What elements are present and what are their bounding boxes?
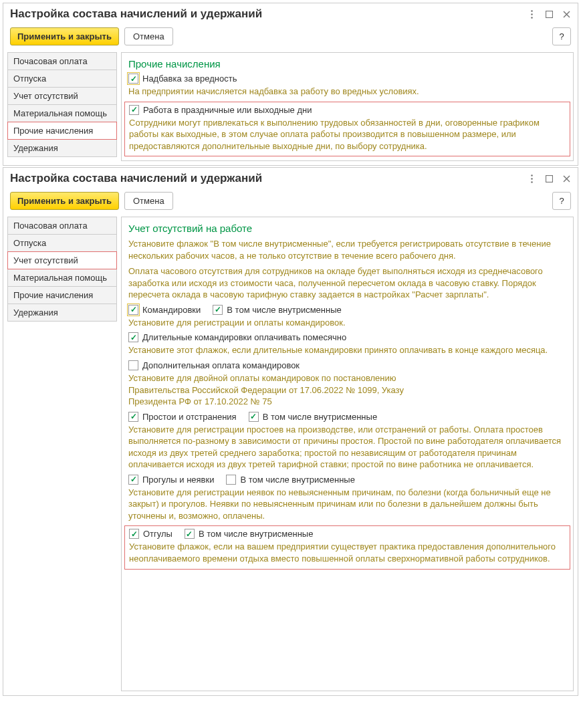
sidebar-item-deductions[interactable]: Удержания: [7, 304, 117, 322]
svg-rect-3: [546, 11, 552, 17]
content-pane: Прочие начисления Надбавка за вредность …: [121, 52, 574, 161]
section-title: Прочие начисления: [128, 58, 566, 70]
compoff-block: Отгулы В том числе внутрисменные Установ…: [124, 525, 570, 569]
idle-checkbox[interactable]: [128, 412, 138, 422]
cancel-button[interactable]: Отмена: [124, 27, 173, 45]
sidebar-item-other[interactable]: Прочие начисления: [7, 286, 117, 304]
trips-desc: Установите для регистрации и оплаты кома…: [128, 317, 566, 329]
kebab-icon[interactable]: [527, 174, 536, 183]
absent-label: Прогулы и неявки: [142, 475, 214, 485]
sidebar-item-material[interactable]: Материальная помощь: [7, 104, 117, 122]
window-title: Настройка состава начислений и удержаний: [10, 7, 527, 21]
settings-window-1: Настройка состава начислений и удержаний…: [3, 3, 578, 166]
sidebar: Почасовая оплата Отпуска Учет отсутствий…: [7, 217, 117, 691]
idle-desc: Установите для регистрации простоев на п…: [128, 424, 566, 471]
svg-point-7: [531, 178, 533, 180]
close-icon[interactable]: [562, 9, 571, 19]
sidebar-item-hourly[interactable]: Почасовая оплата: [7, 52, 117, 70]
sidebar-item-vacations[interactable]: Отпуска: [7, 70, 117, 88]
compoff-intra-checkbox[interactable]: [185, 529, 195, 539]
intro-desc-1: Установите флажок "В том числе внутрисме…: [128, 238, 566, 261]
absent-checkbox[interactable]: [128, 475, 138, 485]
long-trips-checkbox[interactable]: [128, 332, 138, 342]
toolbar: Применить и закрыть Отмена ?: [3, 188, 578, 217]
kebab-icon[interactable]: [527, 9, 536, 19]
compoff-intra-label: В том числе внутрисменные: [199, 529, 313, 539]
absent-intra-checkbox[interactable]: [226, 475, 236, 485]
svg-point-0: [531, 10, 533, 12]
sidebar-item-hourly[interactable]: Почасовая оплата: [7, 217, 117, 235]
holiday-checkbox[interactable]: [129, 105, 139, 115]
svg-point-8: [531, 181, 533, 183]
intro-desc-2: Оплата часового отсутствия для сотрудник…: [128, 265, 566, 301]
section-title: Учет отсутствий на работе: [128, 223, 566, 234]
compoff-desc: Установите флажок, если на вашем предпри…: [129, 541, 566, 564]
hazard-checkbox[interactable]: [128, 74, 138, 84]
help-button[interactable]: ?: [552, 192, 571, 210]
long-trips-desc: Установите этот флажок, если длительные …: [128, 344, 566, 356]
holiday-block: Работа в праздничные или выходные дни Со…: [124, 102, 570, 157]
help-button[interactable]: ?: [552, 27, 571, 45]
maximize-icon[interactable]: [544, 9, 554, 19]
idle-label: Простои и отстранения: [142, 412, 237, 422]
hazard-desc: На предприятии начисляется надбавка за р…: [128, 86, 566, 98]
trips-intra-checkbox[interactable]: [213, 305, 223, 315]
compoff-label: Отгулы: [143, 529, 172, 539]
holiday-label: Работа в праздничные или выходные дни: [143, 105, 312, 115]
window-body: Почасовая оплата Отпуска Учет отсутствий…: [3, 52, 578, 165]
sidebar-item-absences[interactable]: Учет отсутствий: [7, 87, 117, 105]
cancel-button[interactable]: Отмена: [124, 192, 173, 210]
close-icon[interactable]: [562, 174, 571, 183]
idle-intra-label: В том числе внутрисменные: [263, 412, 377, 422]
idle-intra-checkbox[interactable]: [249, 412, 259, 422]
toolbar: Применить и закрыть Отмена ?: [3, 23, 578, 52]
extra-pay-label: Дополнительная оплата командировок: [142, 360, 300, 370]
svg-point-2: [531, 17, 533, 19]
trips-label: Командировки: [142, 305, 201, 315]
content-pane: Учет отсутствий на работе Установите фла…: [121, 217, 574, 691]
compoff-checkbox[interactable]: [129, 529, 139, 539]
hazard-label: Надбавка за вредность: [142, 74, 237, 84]
apply-close-button[interactable]: Применить и закрыть: [10, 192, 119, 210]
long-trips-label: Длительные командировки оплачивать помес…: [142, 332, 346, 342]
window-body: Почасовая оплата Отпуска Учет отсутствий…: [3, 217, 578, 695]
svg-point-1: [531, 13, 533, 15]
maximize-icon[interactable]: [544, 174, 554, 183]
svg-rect-9: [546, 175, 552, 182]
sidebar: Почасовая оплата Отпуска Учет отсутствий…: [7, 52, 117, 161]
titlebar: Настройка состава начислений и удержаний: [3, 168, 578, 188]
sidebar-item-material[interactable]: Материальная помощь: [7, 269, 117, 287]
sidebar-item-other[interactable]: Прочие начисления: [7, 122, 117, 140]
window-title: Настройка состава начислений и удержаний: [10, 172, 527, 185]
sidebar-item-absences[interactable]: Учет отсутствий: [7, 251, 117, 269]
extra-pay-desc: Установите для двойной оплаты командиров…: [128, 372, 409, 408]
svg-point-6: [531, 174, 533, 176]
trips-intra-label: В том числе внутрисменные: [227, 305, 341, 315]
sidebar-item-deductions[interactable]: Удержания: [7, 139, 117, 157]
sidebar-item-vacations[interactable]: Отпуска: [7, 234, 117, 252]
holiday-desc: Сотрудники могут привлекаться к выполнен…: [129, 117, 566, 152]
extra-pay-checkbox[interactable]: [128, 360, 138, 370]
apply-close-button[interactable]: Применить и закрыть: [10, 27, 119, 45]
absent-intra-label: В том числе внутрисменные: [240, 475, 354, 485]
window-controls: [527, 9, 571, 19]
titlebar: Настройка состава начислений и удержаний: [3, 3, 578, 23]
absent-desc: Установите для регистрации неявок по нев…: [128, 487, 566, 522]
trips-checkbox[interactable]: [128, 305, 138, 315]
settings-window-2: Настройка состава начислений и удержаний…: [3, 167, 578, 696]
window-controls: [527, 174, 571, 183]
